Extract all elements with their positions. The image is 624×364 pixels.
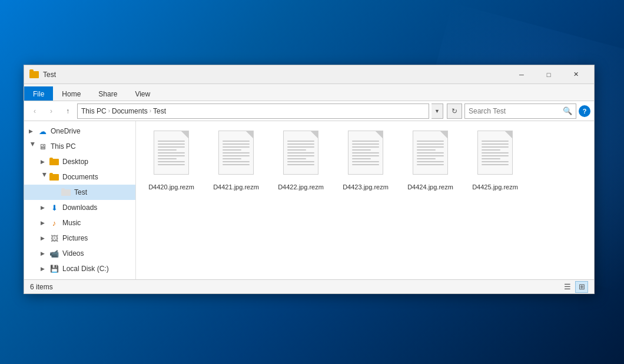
status-bar: 6 items ☰ ⊞	[24, 279, 594, 293]
doc-page-2	[283, 131, 318, 175]
expand-arrow-desktop: ▶	[41, 159, 49, 165]
doc-lines-3	[352, 141, 379, 167]
doc-lines-0	[158, 141, 185, 167]
up-button[interactable]: ↑	[61, 104, 75, 118]
file-name-2: D4422.jpg.rezm	[278, 183, 324, 191]
tab-view[interactable]: View	[126, 86, 159, 101]
file-icon-4	[410, 131, 450, 181]
file-item-3[interactable]: D4423.jpg.rezm	[336, 127, 395, 195]
sidebar-item-desktop[interactable]: ▶ Desktop	[24, 154, 135, 169]
file-icon-3	[346, 131, 386, 181]
sidebar-item-localdisk[interactable]: ▶ 💾 Local Disk (C:)	[24, 261, 135, 276]
tiles-view-button[interactable]: ⊞	[575, 281, 588, 293]
downloads-icon: ⬇	[49, 203, 59, 212]
sidebar-label-documents: Documents	[62, 173, 98, 181]
sidebar-item-pictures[interactable]: ▶ 🖼 Pictures	[24, 231, 135, 246]
sidebar-label-test: Test	[74, 188, 87, 196]
file-name-4: D4424.jpg.rezm	[407, 183, 453, 191]
window-title: Test	[43, 71, 508, 79]
minimize-button[interactable]: ─	[508, 65, 535, 84]
search-input[interactable]	[469, 107, 560, 115]
address-dropdown-button[interactable]: ▼	[432, 103, 443, 119]
expand-arrow-thispc: ▶	[30, 142, 36, 151]
file-icon-0	[151, 131, 191, 181]
back-button[interactable]: ‹	[28, 104, 42, 118]
sidebar-item-onedrive[interactable]: ▶ ☁ OneDrive	[24, 123, 135, 139]
view-toggle-group: ☰ ⊞	[561, 281, 588, 293]
sidebar-label-onedrive: OneDrive	[51, 127, 81, 135]
sidebar-item-videos[interactable]: ▶ 📹 Videos	[24, 246, 135, 261]
file-icon-2	[281, 131, 321, 181]
address-path[interactable]: This PC › Documents › Test	[77, 103, 429, 119]
ribbon-tab-bar: File Home Share View	[24, 84, 594, 101]
sidebar-label-pictures: Pictures	[62, 234, 88, 242]
sidebar-item-music[interactable]: ▶ ♪ Music	[24, 215, 135, 231]
expand-arrow-documents: ▶	[42, 173, 48, 181]
details-view-icon: ☰	[564, 282, 571, 291]
file-name-5: D4425.jpg.rezm	[472, 183, 518, 191]
file-grid: D4420.jpg.rezm	[142, 127, 588, 195]
expand-arrow-videos: ▶	[41, 251, 49, 256]
refresh-button[interactable]: ↻	[447, 103, 462, 119]
window-icon	[29, 69, 39, 80]
item-count: 6 items	[30, 283, 53, 291]
maximize-button[interactable]: □	[535, 65, 562, 84]
pictures-icon: 🖼	[49, 233, 59, 243]
close-button[interactable]: ✕	[562, 65, 589, 84]
sidebar: ▶ ☁ OneDrive ▶ 🖥 This PC ▶ Des	[24, 121, 136, 279]
title-bar: Test ─ □ ✕	[24, 65, 594, 84]
file-item-5[interactable]: D4425.jpg.rezm	[466, 127, 525, 195]
main-content: ▶ ☁ OneDrive ▶ 🖥 This PC ▶ Des	[24, 121, 594, 279]
path-segment-documents: Documents	[112, 107, 148, 115]
test-folder-icon	[61, 188, 71, 197]
doc-page-0	[154, 131, 189, 175]
onedrive-icon: ☁	[37, 126, 48, 136]
path-separator-1: ›	[108, 108, 110, 114]
doc-page-4	[413, 131, 448, 175]
file-name-1: D4421.jpg.rezm	[213, 183, 259, 191]
path-separator-2: ›	[150, 108, 151, 114]
doc-page-1	[218, 131, 254, 175]
search-box: 🔍	[464, 103, 576, 119]
sidebar-label-thispc: This PC	[51, 142, 76, 151]
music-icon: ♪	[49, 218, 59, 228]
help-button[interactable]: ?	[579, 105, 590, 117]
tab-share[interactable]: Share	[89, 86, 126, 101]
sidebar-item-test[interactable]: Test	[24, 185, 135, 200]
doc-lines-2	[287, 141, 314, 167]
file-icon-1	[216, 131, 256, 181]
explorer-window: Test ─ □ ✕ File Home Share View ‹ › ↑ Th…	[24, 65, 595, 294]
title-controls: ─ □ ✕	[508, 65, 589, 84]
doc-page-3	[348, 131, 383, 175]
sidebar-label-music: Music	[62, 219, 81, 227]
sidebar-item-thispc[interactable]: ▶ 🖥 This PC	[24, 139, 135, 154]
sidebar-label-videos: Videos	[62, 249, 84, 258]
tiles-view-icon: ⊞	[579, 282, 585, 291]
tab-home[interactable]: Home	[53, 86, 89, 101]
path-segment-test: Test	[153, 107, 166, 115]
details-view-button[interactable]: ☰	[561, 281, 574, 293]
file-item-1[interactable]: D4421.jpg.rezm	[207, 127, 265, 195]
file-item-2[interactable]: D4422.jpg.rezm	[271, 127, 330, 195]
expand-arrow-onedrive: ▶	[29, 128, 37, 134]
file-area: D4420.jpg.rezm	[136, 121, 594, 279]
doc-lines-4	[417, 141, 444, 167]
address-bar: ‹ › ↑ This PC › Documents › Test ▼ ↻ 🔍 ?	[24, 101, 594, 121]
file-name-3: D4423.jpg.rezm	[343, 183, 389, 191]
pc-icon: 🖥	[37, 142, 48, 151]
desktop-folder-icon	[49, 157, 59, 166]
documents-folder-icon	[49, 172, 59, 182]
file-item-0[interactable]: D4420.jpg.rezm	[142, 127, 201, 195]
sidebar-label-downloads: Downloads	[62, 203, 97, 212]
forward-button[interactable]: ›	[44, 104, 58, 118]
search-icon[interactable]: 🔍	[563, 106, 572, 115]
doc-lines-5	[482, 141, 509, 167]
doc-lines-1	[223, 141, 250, 167]
expand-arrow-localdisk: ▶	[41, 266, 49, 272]
videos-icon: 📹	[49, 249, 59, 258]
tab-file[interactable]: File	[24, 86, 53, 101]
expand-arrow-downloads: ▶	[41, 205, 49, 211]
file-item-4[interactable]: D4424.jpg.rezm	[401, 127, 460, 195]
sidebar-item-documents[interactable]: ▶ Documents	[24, 169, 135, 185]
sidebar-item-downloads[interactable]: ▶ ⬇ Downloads	[24, 200, 135, 215]
